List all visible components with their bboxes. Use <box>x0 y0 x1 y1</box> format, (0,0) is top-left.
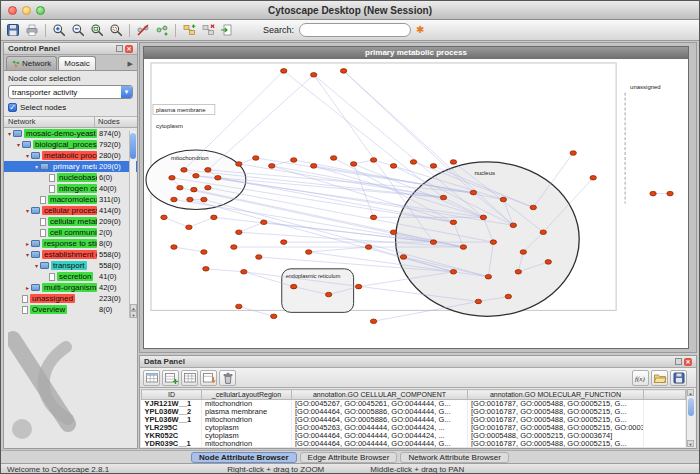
tree-row[interactable]: ▾mosaic-demo-yeast874(0) <box>4 128 137 139</box>
node[interactable] <box>450 270 456 275</box>
table-cell[interactable]: [GO:0045263, GO:0044444, GO:0044424, ... <box>292 424 468 432</box>
tab-scroll-right-icon[interactable]: ▶ <box>128 60 135 70</box>
tree-row[interactable]: nucleobase...6(0) <box>4 172 137 183</box>
node[interactable] <box>231 245 237 250</box>
tree-expander-icon[interactable]: ▾ <box>24 207 31 214</box>
column-header[interactable]: ID <box>142 390 202 400</box>
node[interactable] <box>291 284 297 289</box>
node[interactable] <box>269 164 275 169</box>
formula-button[interactable]: f(x) <box>632 370 649 386</box>
tree-expander-icon[interactable]: ▸ <box>24 284 31 291</box>
titlebar[interactable]: Cytoscape Desktop (New Session) <box>1 1 699 20</box>
node[interactable] <box>390 230 396 235</box>
zoom-fit-button[interactable] <box>88 22 106 39</box>
table-cell[interactable]: YPL036W__1 <box>142 416 202 424</box>
node[interactable] <box>169 175 175 180</box>
scrollbar-thumb[interactable] <box>130 133 136 159</box>
zoom-selected-button[interactable] <box>107 22 125 39</box>
table-cell[interactable]: YLR295C <box>142 424 202 432</box>
scroll-up-icon[interactable]: ▲ <box>687 389 694 396</box>
import-network-button[interactable] <box>218 22 236 39</box>
show-all-button[interactable] <box>153 22 171 39</box>
node[interactable] <box>186 225 192 230</box>
open-file-button[interactable] <box>651 370 668 386</box>
node[interactable] <box>281 240 287 245</box>
node[interactable] <box>365 245 371 250</box>
scrollbar-thumb[interactable] <box>688 398 694 416</box>
node[interactable] <box>430 164 436 169</box>
node[interactable] <box>256 255 262 260</box>
node[interactable] <box>450 220 456 225</box>
print-button[interactable] <box>23 22 41 39</box>
table-cell[interactable]: YKR052C <box>142 432 202 440</box>
node[interactable] <box>253 156 259 161</box>
tab-network-attribute-browser[interactable]: Network Attribute Browser <box>400 452 508 463</box>
node[interactable] <box>215 175 221 180</box>
table-row[interactable]: YJR121W__1mitochondrion[GO:0045267, GO:0… <box>142 400 686 409</box>
column-header[interactable]: annotation.GO CELLULAR_COMPONENT <box>292 390 468 400</box>
node[interactable] <box>390 164 396 169</box>
hide-selected-button[interactable] <box>134 22 152 39</box>
table-cell[interactable]: cytoplasm <box>202 424 292 432</box>
tree-expander-icon[interactable]: ▸ <box>24 240 31 247</box>
tree-expander-icon[interactable]: ▾ <box>33 262 40 269</box>
table-cell[interactable]: mitochondrion <box>202 400 292 409</box>
node[interactable] <box>650 191 656 196</box>
tab-edge-attribute-browser[interactable]: Edge Attribute Browser <box>300 452 398 463</box>
tree-row[interactable]: unassigned223(0) <box>4 293 137 304</box>
table-cell[interactable]: YJR121W__1 <box>142 400 202 409</box>
close-panel-icon[interactable]: ✕ <box>684 358 692 366</box>
tree-row[interactable]: macromolecule...311(0) <box>4 194 137 205</box>
table-cell[interactable]: [GO:0016787, GO:0005488, GO:0005215, GO:… <box>468 424 644 432</box>
table-cell[interactable]: plasma membrane <box>202 408 292 416</box>
node[interactable] <box>236 162 242 167</box>
scroll-down-icon[interactable]: ▼ <box>687 440 694 447</box>
table-row[interactable]: YPL036W__2plasma membrane[GO:0044464, GO… <box>142 408 686 416</box>
node[interactable] <box>370 319 376 324</box>
node[interactable] <box>355 284 361 289</box>
tree-row[interactable]: cellular metabo...209(0) <box>4 216 137 227</box>
create-attribute-button[interactable] <box>162 370 179 386</box>
table-row[interactable]: YDR039C__1mitochondrion[GO:0044464, GO:0… <box>142 440 686 447</box>
table-cell[interactable]: [GO:0044464, GO:0044444, GO:0044444, G..… <box>292 440 468 447</box>
node[interactable] <box>490 240 496 245</box>
node[interactable] <box>181 168 187 173</box>
node[interactable] <box>667 191 673 196</box>
table-cell[interactable]: cytoplasm <box>202 432 292 440</box>
attribute-grid-button[interactable] <box>181 370 198 386</box>
node[interactable] <box>171 245 177 250</box>
table-cell[interactable]: [GO:0016787, GO:0005488, GO:0005215, G..… <box>468 400 644 409</box>
float-panel-icon[interactable] <box>675 358 682 365</box>
node[interactable] <box>440 195 446 200</box>
node[interactable] <box>325 292 331 297</box>
zoom-in-button[interactable] <box>50 22 68 39</box>
node[interactable] <box>430 240 436 245</box>
node[interactable] <box>370 215 376 220</box>
tab-network[interactable]: Network <box>6 56 57 70</box>
node[interactable] <box>505 294 511 299</box>
table-cell[interactable]: mitochondrion <box>202 416 292 424</box>
table-cell[interactable]: [GO:0016787, GO:0005488, GO:0005215, G..… <box>468 416 644 424</box>
tree-row[interactable]: ▾primary metab...209(0) <box>4 161 137 172</box>
node[interactable] <box>545 260 551 265</box>
node[interactable] <box>261 220 267 225</box>
node[interactable] <box>515 270 521 275</box>
tree-expander-icon[interactable]: ▾ <box>24 251 31 258</box>
table-row[interactable]: YKR052Ccytoplasm[GO:0044464, GO:0044444,… <box>142 432 686 440</box>
node[interactable] <box>530 205 536 210</box>
node[interactable] <box>271 314 277 319</box>
tab-node-attribute-browser[interactable]: Node Attribute Browser <box>191 452 297 463</box>
column-header[interactable]: annotation.GO MOLECULAR_FUNCTION <box>468 390 644 400</box>
node[interactable] <box>340 69 346 74</box>
node[interactable] <box>500 197 506 202</box>
zoom-out-button[interactable] <box>69 22 87 39</box>
network-view-title[interactable]: primary metabolic process <box>144 47 688 59</box>
destroy-network-button[interactable] <box>199 22 217 39</box>
close-panel-icon[interactable]: ✕ <box>125 45 133 53</box>
float-panel-icon[interactable] <box>116 45 123 52</box>
search-input[interactable] <box>299 23 411 37</box>
node[interactable] <box>400 255 406 260</box>
node[interactable] <box>191 187 197 192</box>
tree-row[interactable]: ▾transport558(0) <box>4 260 137 271</box>
node[interactable] <box>177 185 183 190</box>
